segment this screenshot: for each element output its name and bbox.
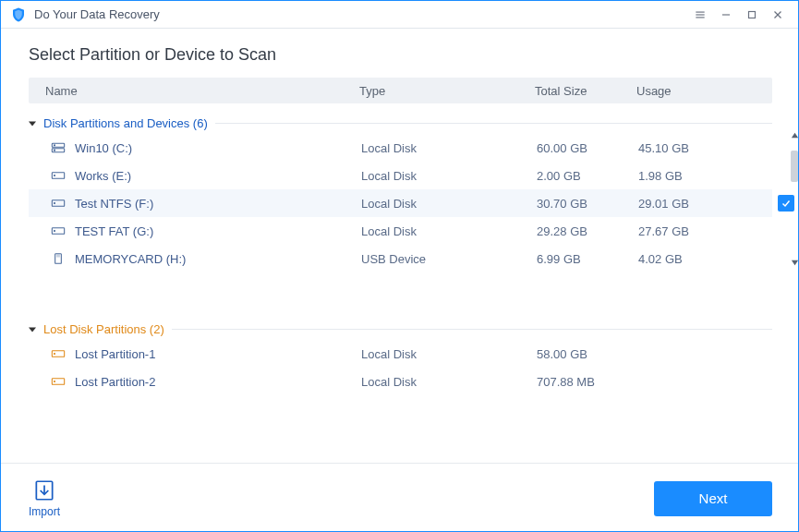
minimize-button[interactable] — [713, 2, 739, 28]
hdd-icon — [49, 141, 67, 154]
svg-point-17 — [54, 230, 54, 231]
row-name: MEMORYCARD (H:) — [75, 252, 361, 266]
caret-down-icon — [29, 322, 38, 336]
row-name: Test NTFS (F:) — [75, 197, 361, 211]
section-partitions: Disk Partitions and Devices (6) Win10 (C… — [29, 116, 772, 272]
section-label: Disk Partitions and Devices (6) — [43, 116, 208, 130]
row-size: 30.70 GB — [537, 197, 638, 211]
row-size: 58.00 GB — [537, 347, 638, 361]
row-usage: 27.67 GB — [638, 224, 731, 238]
lost-row[interactable]: Lost Partition-2 Local Disk 707.88 MB — [29, 368, 772, 395]
scroll-down-icon[interactable] — [788, 256, 799, 269]
partition-list: Win10 (C:) Local Disk 60.00 GB 45.10 GB … — [29, 134, 772, 272]
scroll-thumb[interactable] — [791, 151, 798, 182]
partition-row[interactable]: MEMORYCARD (H:) USB Device 6.99 GB 4.02 … — [29, 245, 772, 272]
row-size: 60.00 GB — [537, 141, 638, 155]
lost-drive-icon — [49, 347, 67, 360]
row-size: 6.99 GB — [537, 252, 638, 266]
section-label: Lost Disk Partitions (2) — [43, 322, 164, 336]
lost-drive-icon — [49, 375, 67, 388]
column-headers: Name Type Total Size Usage — [29, 78, 772, 103]
partition-row[interactable]: Test NTFS (F:) Local Disk 30.70 GB 29.01… — [29, 189, 772, 217]
close-button[interactable] — [765, 2, 791, 28]
row-size: 707.88 MB — [537, 375, 638, 389]
row-usage: 45.10 GB — [638, 141, 731, 155]
row-name: TEST FAT (G:) — [75, 224, 361, 238]
col-name: Name — [45, 84, 359, 98]
import-label: Import — [29, 505, 60, 518]
svg-point-13 — [54, 175, 54, 175]
svg-marker-7 — [29, 122, 36, 127]
svg-rect-4 — [749, 11, 756, 18]
scroll-track[interactable] — [789, 141, 799, 256]
import-icon — [32, 478, 56, 505]
row-size: 2.00 GB — [537, 169, 638, 183]
section-lost: Lost Disk Partitions (2) Lost Partition-… — [29, 322, 772, 395]
row-name: Lost Partition-2 — [75, 375, 361, 389]
col-type: Type — [359, 84, 535, 98]
section-header-partitions[interactable]: Disk Partitions and Devices (6) — [29, 116, 772, 130]
next-button[interactable]: Next — [654, 481, 772, 516]
main-panel: Select Partition or Device to Scan Name … — [1, 29, 799, 463]
titlebar: Do Your Data Recovery — [1, 1, 799, 29]
row-name: Works (E:) — [75, 169, 361, 183]
maximize-button[interactable] — [739, 2, 765, 28]
row-usage: 29.01 GB — [638, 197, 731, 211]
lost-list: Lost Partition-1 Local Disk 58.00 GB Los… — [29, 340, 772, 395]
drive-icon — [49, 224, 67, 237]
svg-marker-22 — [29, 328, 36, 332]
import-button[interactable]: Import — [29, 478, 60, 518]
row-size: 29.28 GB — [537, 224, 638, 238]
col-usage: Usage — [636, 84, 729, 98]
svg-point-15 — [54, 202, 54, 203]
svg-rect-19 — [57, 255, 60, 257]
page-title: Select Partition or Device to Scan — [29, 45, 772, 65]
caret-down-icon — [29, 116, 38, 130]
drive-icon — [49, 169, 67, 182]
row-type: Local Disk — [361, 224, 537, 238]
row-usage: 1.98 GB — [638, 169, 731, 183]
svg-marker-20 — [791, 132, 797, 137]
usb-icon — [49, 252, 67, 265]
row-usage: 4.02 GB — [638, 252, 731, 266]
row-type: Local Disk — [361, 347, 537, 361]
svg-point-11 — [54, 150, 54, 151]
row-type: Local Disk — [361, 197, 537, 211]
svg-point-24 — [54, 353, 54, 354]
app-title: Do Your Data Recovery — [34, 7, 160, 21]
partition-row[interactable]: TEST FAT (G:) Local Disk 29.28 GB 27.67 … — [29, 217, 772, 245]
row-type: Local Disk — [361, 169, 537, 183]
svg-marker-21 — [791, 260, 797, 264]
row-type: Local Disk — [361, 375, 537, 389]
row-type: Local Disk — [361, 141, 537, 155]
row-type: USB Device — [361, 252, 537, 266]
lost-row[interactable]: Lost Partition-1 Local Disk 58.00 GB — [29, 340, 772, 368]
partition-row[interactable]: Win10 (C:) Local Disk 60.00 GB 45.10 GB — [29, 134, 772, 162]
partition-row[interactable]: Works (E:) Local Disk 2.00 GB 1.98 GB — [29, 162, 772, 189]
section-header-lost[interactable]: Lost Disk Partitions (2) — [29, 322, 772, 336]
scrollbar[interactable] — [787, 128, 799, 269]
app-icon — [10, 6, 27, 23]
row-name: Lost Partition-1 — [75, 347, 361, 361]
svg-point-26 — [54, 381, 54, 381]
drive-icon — [49, 197, 67, 210]
footer: Import Next — [1, 463, 799, 532]
row-name: Win10 (C:) — [75, 141, 361, 155]
col-size: Total Size — [535, 84, 636, 98]
menu-button[interactable] — [687, 2, 713, 28]
scroll-up-icon[interactable] — [788, 128, 799, 141]
svg-point-10 — [54, 145, 54, 146]
